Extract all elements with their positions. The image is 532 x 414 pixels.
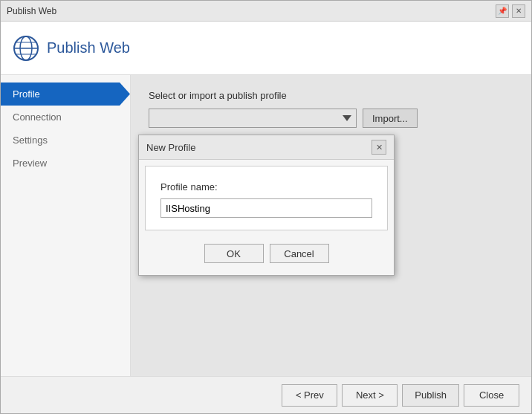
- title-bar-left: Publish Web: [7, 6, 56, 16]
- pin-button[interactable]: 📌: [496, 4, 509, 18]
- globe-icon: [13, 35, 39, 62]
- cancel-button[interactable]: Cancel: [270, 244, 329, 263]
- title-bar: Publish Web 📌 ✕: [1, 1, 531, 22]
- modal-close-button[interactable]: ✕: [372, 140, 386, 155]
- sidebar-item-preview[interactable]: Preview: [1, 152, 130, 175]
- sidebar-item-connection-label: Connection: [13, 111, 62, 123]
- footer: < Prev Next > Publish Close: [1, 376, 531, 413]
- prev-button[interactable]: < Prev: [282, 384, 337, 407]
- profile-name-label: Profile name:: [160, 181, 372, 193]
- close-button[interactable]: Close: [464, 384, 519, 407]
- sidebar-item-settings-label: Settings: [13, 135, 48, 146]
- sidebar-item-profile-label: Profile: [13, 88, 40, 100]
- modal-overlay: New Profile ✕ Profile name: OK Cancel: [131, 75, 531, 376]
- publish-button[interactable]: Publish: [402, 384, 459, 407]
- close-window-button[interactable]: ✕: [512, 4, 525, 18]
- modal-body: Profile name:: [145, 166, 388, 230]
- main-panel: Select or import a publish profile Impor…: [131, 75, 531, 376]
- sidebar-item-profile[interactable]: Profile: [1, 83, 130, 106]
- main-header: Publish Web: [1, 22, 531, 75]
- content-area: Profile Connection Settings Preview Sele…: [1, 75, 531, 376]
- next-button[interactable]: Next >: [342, 384, 398, 407]
- main-window: Publish Web 📌 ✕ Publish Web Profile Conn…: [0, 0, 532, 414]
- sidebar-item-connection[interactable]: Connection: [1, 106, 130, 129]
- profile-name-input[interactable]: [160, 198, 372, 218]
- sidebar: Profile Connection Settings Preview: [1, 75, 131, 376]
- title-bar-controls: 📌 ✕: [496, 4, 525, 18]
- sidebar-item-preview-label: Preview: [13, 158, 47, 169]
- modal-close-icon: ✕: [376, 143, 383, 152]
- modal-title: New Profile: [146, 142, 195, 153]
- title-bar-title: Publish Web: [7, 6, 56, 16]
- modal-footer: OK Cancel: [139, 236, 394, 275]
- ok-button[interactable]: OK: [204, 244, 264, 263]
- new-profile-dialog: New Profile ✕ Profile name: OK Cancel: [138, 135, 395, 276]
- header-title: Publish Web: [47, 39, 130, 56]
- modal-title-bar: New Profile ✕: [139, 135, 394, 160]
- sidebar-item-settings[interactable]: Settings: [1, 129, 130, 152]
